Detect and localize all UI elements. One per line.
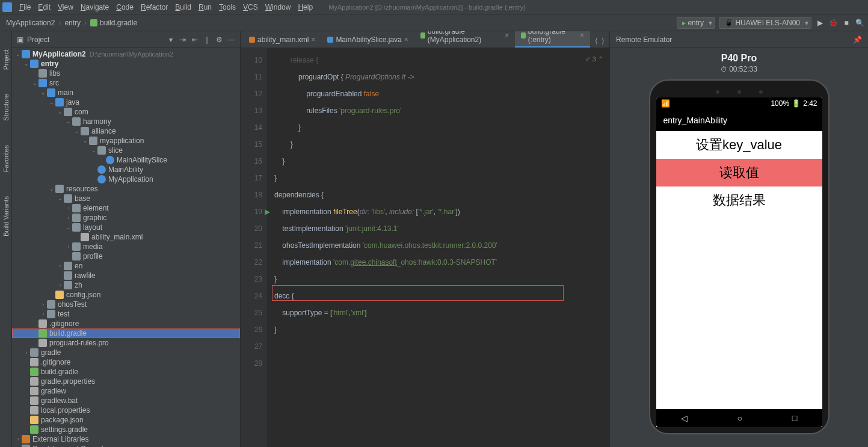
hide-icon[interactable]: —	[227, 35, 235, 44]
folder-icon	[81, 127, 89, 135]
chevron-down-icon[interactable]: ▾	[167, 35, 175, 44]
tree-item[interactable]: ⌄MyApplication2D:\zhuomian\MyApplication…	[12, 49, 240, 59]
tool-tab-project[interactable]: Project	[2, 49, 10, 70]
menu-build[interactable]: Build	[171, 2, 195, 13]
menubar: FileEditViewNavigateCodeRefactorBuildRun…	[0, 0, 868, 14]
editor-tab[interactable]: build.gradle (MyApplication2) ×	[414, 31, 515, 48]
tree-item[interactable]: MainAbilitySlice	[12, 155, 240, 165]
menu-run[interactable]: Run	[195, 2, 215, 13]
back-key-icon[interactable]: ◁	[681, 413, 688, 423]
tree-item[interactable]: ⌄base	[12, 194, 240, 203]
menu-refactor[interactable]: Refactor	[137, 2, 171, 13]
tree-item[interactable]: .gitignore	[12, 319, 240, 328]
tree-item[interactable]: package.json	[12, 415, 240, 425]
tree-item[interactable]: gradle.properties	[12, 377, 240, 386]
project-tree[interactable]: ⌄MyApplication2D:\zhuomian\MyApplication…	[12, 48, 240, 447]
run-icon[interactable]: ▶	[815, 18, 825, 28]
txt-icon	[30, 396, 38, 405]
tree-item[interactable]: ›test	[12, 309, 240, 319]
menu-file[interactable]: File	[16, 2, 34, 13]
tab-prev-icon[interactable]: ⟨	[595, 37, 598, 45]
menu-help[interactable]: Help	[294, 2, 316, 13]
tree-item[interactable]: ›External Libraries	[12, 434, 240, 444]
set-key-value-button[interactable]: 设置key_value	[656, 131, 822, 159]
tree-item[interactable]: MyApplication	[12, 174, 240, 184]
phone-screen[interactable]: 📶 100%🔋2:42 entry_MainAbility 设置key_valu…	[656, 97, 822, 427]
tree-item[interactable]: ›graphic	[12, 213, 240, 223]
tree-item[interactable]: build.gradle	[12, 328, 240, 338]
menu-window[interactable]: Window	[262, 2, 295, 13]
tree-item[interactable]: ⌄layout	[12, 223, 240, 232]
stop-icon[interactable]: ■	[842, 18, 851, 28]
breadcrumb-root[interactable]: MyApplication2	[4, 19, 57, 27]
txt-icon	[30, 377, 38, 386]
tree-item[interactable]: ⌄resources	[12, 184, 240, 194]
menu-view[interactable]: View	[54, 2, 77, 13]
pin-icon[interactable]: 📌	[853, 35, 862, 44]
search-icon[interactable]: 🔍	[855, 18, 864, 28]
tool-tab-structure[interactable]: Structure	[2, 94, 10, 121]
tree-item[interactable]: gradlew	[12, 386, 240, 396]
editor-tab[interactable]: MainAbilitySlice.java ×	[321, 33, 414, 48]
menu-edit[interactable]: Edit	[34, 2, 54, 13]
close-icon[interactable]: ×	[404, 35, 408, 44]
tree-item[interactable]: ability_main.xml	[12, 232, 240, 242]
tree-item[interactable]: settings.gradle	[12, 425, 240, 434]
code-content[interactable]: ✓ 3 ⌃ release { proguardOpt { ProguardOp…	[267, 48, 609, 447]
tree-item[interactable]: ›element	[12, 203, 240, 213]
tree-item[interactable]: ⌄harmony	[12, 117, 240, 126]
recent-key-icon[interactable]: □	[792, 413, 797, 423]
menu-navigate[interactable]: Navigate	[77, 2, 112, 13]
device-dropdown[interactable]: 📱 HUAWEI ELS-AN00	[719, 17, 811, 29]
tree-item[interactable]: ⌄entry	[12, 59, 240, 69]
editor-tab[interactable]: ability_main.xml ×	[243, 33, 321, 48]
tree-item[interactable]: ⌄main	[12, 88, 240, 97]
tree-item[interactable]: gradlew.bat	[12, 396, 240, 405]
close-icon[interactable]: ×	[311, 35, 315, 44]
tree-item[interactable]: ›zh	[12, 280, 240, 290]
close-icon[interactable]: ×	[505, 31, 509, 40]
breadcrumb-module[interactable]: entry	[62, 19, 83, 27]
gradle-icon	[30, 425, 38, 434]
tree-item[interactable]: MainAbility	[12, 165, 240, 174]
tree-item[interactable]: libs	[12, 69, 240, 78]
tree-item[interactable]: local.properties	[12, 405, 240, 415]
menu-tools[interactable]: Tools	[215, 2, 239, 13]
menu-vcs[interactable]: VCS	[239, 2, 262, 13]
collapse-icon[interactable]: ⇥	[179, 35, 187, 44]
folder-icon	[72, 252, 81, 260]
tree-item[interactable]: rawfile	[12, 271, 240, 280]
tree-item[interactable]: proguard-rules.pro	[12, 338, 240, 348]
expand-icon[interactable]: ⇤	[191, 35, 199, 44]
tree-item[interactable]: ›Scratches and Consoles	[12, 444, 240, 447]
inspection-badge[interactable]: ✓ 3 ⌃	[585, 51, 603, 67]
tree-item[interactable]: config.json	[12, 290, 240, 300]
tree-item[interactable]: ⌄com	[12, 107, 240, 117]
project-icon: ▣	[17, 35, 23, 44]
tree-item[interactable]: .gitignore	[12, 357, 240, 367]
tool-tab-build-variants[interactable]: Build Variants	[2, 196, 10, 236]
read-value-button[interactable]: 读取值	[656, 159, 822, 187]
tree-item[interactable]: ⌄alliance	[12, 126, 240, 136]
editor-tab[interactable]: build.gradle (:entry) ×	[515, 31, 590, 48]
home-key-icon[interactable]: ○	[737, 413, 742, 423]
breadcrumb-file[interactable]: build.gradle	[88, 19, 140, 27]
menu-code[interactable]: Code	[112, 2, 137, 13]
code-area[interactable]: 10111213141516171819 ▶202122232425262728…	[241, 48, 609, 447]
run-config-dropdown[interactable]: ▸ entry	[677, 17, 715, 29]
tree-item[interactable]: ⌄java	[12, 97, 240, 107]
tree-item[interactable]: ⌄src	[12, 78, 240, 88]
tree-item[interactable]: ›media	[12, 242, 240, 251]
tree-item[interactable]: build.gradle	[12, 367, 240, 377]
debug-icon[interactable]: 🐞	[828, 18, 838, 28]
close-icon[interactable]: ×	[580, 31, 584, 40]
tree-item[interactable]: ›ohosTest	[12, 300, 240, 309]
tool-tab-favorites[interactable]: Favorites	[2, 145, 10, 172]
tab-next-icon[interactable]: ⟩	[602, 37, 605, 45]
tree-item[interactable]: ›gradle	[12, 348, 240, 357]
tree-item[interactable]: profile	[12, 251, 240, 261]
tree-item[interactable]: ⌄myapplication	[12, 136, 240, 146]
gear-icon[interactable]: ⚙	[215, 35, 223, 44]
tree-item[interactable]: ⌄slice	[12, 146, 240, 155]
tree-item[interactable]: ›en	[12, 261, 240, 271]
